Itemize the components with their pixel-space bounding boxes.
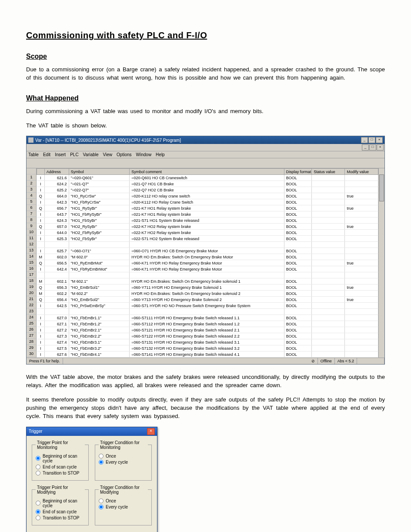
toolbar-button[interactable] (128, 159, 137, 167)
table-cell[interactable]: "HO_RyCrSw" (69, 193, 130, 199)
table-cell[interactable] (312, 260, 345, 266)
table-cell[interactable]: BOOL (284, 199, 311, 205)
table-cell[interactable]: I (37, 248, 45, 254)
table-cell[interactable]: =021-Q7 HO1 CB Brake (130, 181, 284, 187)
table-cell[interactable] (284, 272, 311, 278)
table-cell[interactable] (44, 309, 69, 315)
toolbar-button[interactable] (214, 159, 223, 167)
table-cell[interactable]: BOOL (284, 211, 311, 217)
table-cell[interactable]: 602.0 (44, 254, 69, 260)
menu-item[interactable]: Help (156, 152, 165, 157)
table-cell[interactable]: "M 602.1" (69, 278, 130, 284)
table-cell[interactable] (312, 345, 345, 351)
table-cell[interactable]: =020-K112 HO Relay Crane Switch (130, 199, 284, 205)
table-cell[interactable]: 643.7 (44, 211, 69, 217)
table-cell[interactable] (312, 205, 345, 211)
row-number[interactable]: 9 (27, 223, 36, 229)
col-header[interactable]: Symbol (69, 169, 130, 175)
table-row[interactable]: I625.3"HO2_FbSyBr"=022-S71 HO2 System Br… (37, 236, 378, 242)
table-cell[interactable] (312, 303, 345, 309)
radio-every-cycle[interactable] (99, 460, 104, 465)
table-cell[interactable] (345, 254, 378, 260)
table-cell[interactable]: =060-K71 HYDR HO Relay Emergency Brake M… (130, 260, 284, 266)
table-cell[interactable]: I (37, 333, 45, 339)
table-cell[interactable]: 642.4 (44, 266, 69, 272)
toolbar-button[interactable] (67, 159, 76, 167)
table-cell[interactable]: BOOL (284, 181, 311, 187)
toolbar-button[interactable] (76, 159, 85, 167)
toolbar-button[interactable] (27, 159, 36, 167)
table-cell[interactable] (130, 309, 284, 315)
table-cell[interactable]: BOOL (284, 284, 311, 291)
table-cell[interactable]: "HO1_RySyBr" (69, 205, 130, 211)
table-cell[interactable] (345, 199, 378, 205)
table-cell[interactable] (312, 351, 345, 358)
table-cell[interactable] (345, 211, 378, 217)
table-row[interactable]: I624.2"=021-Q7"=021-Q7 HO1 CB BrakeBOOL (37, 181, 378, 187)
radio-end-scan[interactable] (36, 465, 40, 469)
table-cell[interactable]: 627.5 (44, 345, 69, 351)
row-number[interactable]: 11 (27, 235, 36, 241)
mdi-minimize-icon[interactable]: _ (362, 144, 369, 151)
table-cell[interactable]: M (37, 278, 45, 284)
radio-once[interactable] (99, 499, 104, 503)
table-cell[interactable]: HYDR HO Em.Brakes: Switch On Emergency b… (130, 291, 284, 297)
table-cell[interactable]: "HO_FbEmBr2.2" (69, 333, 130, 339)
table-cell[interactable]: BOOL (284, 297, 311, 303)
mdi-maximize-icon[interactable]: □ (369, 144, 376, 151)
table-cell[interactable]: I (37, 345, 45, 351)
table-cell[interactable] (312, 248, 345, 254)
radio-transition-stop[interactable] (36, 515, 40, 520)
table-cell[interactable]: Q (37, 260, 45, 266)
table-cell[interactable]: "=021-Q7" (69, 181, 130, 187)
table-cell[interactable]: "HO2_FbSyBr" (69, 236, 130, 242)
table-cell[interactable]: BOOL (284, 205, 311, 211)
table-cell[interactable] (37, 242, 45, 248)
menu-item[interactable]: Options (117, 152, 131, 157)
table-cell[interactable] (312, 333, 345, 339)
table-row[interactable] (37, 272, 378, 278)
row-number[interactable]: 2 (27, 181, 36, 187)
table-cell[interactable] (312, 254, 345, 260)
table-cell[interactable]: 627.4 (44, 339, 69, 345)
row-number[interactable]: 15 (27, 260, 36, 266)
toolbar-button[interactable] (205, 159, 214, 167)
table-cell[interactable]: 621.6 (44, 175, 69, 181)
table-cell[interactable]: 602.2 (44, 291, 69, 297)
table-cell[interactable] (345, 272, 378, 278)
table-cell[interactable]: Q (37, 284, 45, 291)
table-cell[interactable]: BOOL (284, 224, 311, 230)
table-cell[interactable]: BOOL (284, 254, 311, 260)
table-cell[interactable]: I (37, 339, 45, 345)
scrollbar-thumb[interactable] (379, 174, 384, 201)
table-cell[interactable] (312, 309, 345, 315)
table-cell[interactable]: I (37, 217, 45, 224)
table-cell[interactable]: true (345, 260, 378, 266)
table-cell[interactable]: HYDR HO Em.Brakes: Switch On Emergency B… (130, 254, 284, 260)
table-cell[interactable] (312, 266, 345, 272)
table-cell[interactable]: I (37, 175, 45, 181)
table-cell[interactable]: BOOL (284, 230, 311, 236)
col-header[interactable]: Symbol comment (130, 169, 284, 175)
table-cell[interactable]: I (37, 327, 45, 333)
mdi-close-icon[interactable]: × (377, 144, 384, 151)
table-cell[interactable]: =060-S7122 HYDR HO Emergency Brake Switc… (130, 333, 284, 339)
table-cell[interactable] (44, 242, 69, 248)
row-number[interactable]: 23 (27, 308, 36, 315)
table-row[interactable] (37, 309, 378, 315)
table-cell[interactable]: =022-K7 HO2 Relay system brake (130, 224, 284, 230)
toolbar-button[interactable] (40, 159, 48, 167)
table-row[interactable]: I625.2"=022-Q7"=022-Q7 HO2 CB BrakeBOOL (37, 187, 378, 193)
table-cell[interactable] (345, 217, 378, 224)
col-header[interactable] (37, 169, 45, 175)
toolbar-button[interactable] (58, 159, 67, 167)
row-number[interactable]: 28 (27, 339, 36, 345)
table-row[interactable]: I642.4"HO_FbRyEmBrMot"=060-K71 HYDR HO R… (37, 266, 378, 272)
table-row[interactable]: I621.6"=020-Q601"=020-Q601 HO CB Cranesw… (37, 175, 378, 181)
table-cell[interactable]: I (37, 236, 45, 242)
table-row[interactable]: Q656.4"HO_EmBrSol2"=060-Y713 HYDR HO Eme… (37, 297, 378, 303)
menu-item[interactable]: Table (28, 152, 39, 157)
menu-item[interactable]: PLC (70, 152, 78, 157)
table-cell[interactable]: "=020-Q601" (69, 175, 130, 181)
table-cell[interactable]: 625.2 (44, 187, 69, 193)
